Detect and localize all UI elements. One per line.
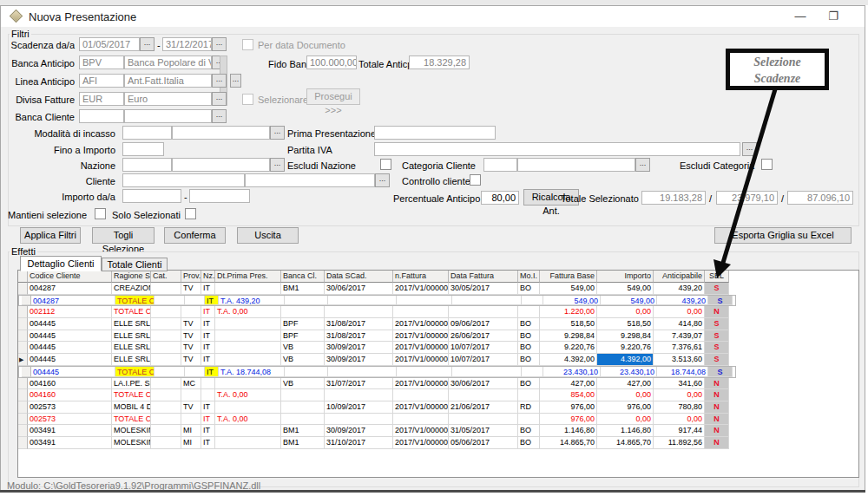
cell-moi[interactable] (518, 389, 540, 401)
cell-nz[interactable] (201, 378, 215, 390)
row-selector-header[interactable] (18, 271, 28, 283)
linea-anticipo-desc-field[interactable]: Ant.Fatt.Italia (124, 74, 212, 88)
cell-prov[interactable]: MI (181, 437, 201, 449)
cell-selcol[interactable]: S (705, 283, 729, 295)
col-header-base[interactable]: Fattura Base (540, 271, 597, 283)
cell-dt[interactable]: T.A. 18.744,08 (219, 367, 285, 377)
cell-ragione[interactable]: ELLE SRL (112, 342, 151, 354)
cell-scad[interactable]: 31/07/2017 (325, 378, 393, 390)
totale-selezionato-field-2[interactable]: 23.979,10 (716, 191, 778, 205)
per-data-documento-checkbox[interactable] (242, 39, 253, 50)
cell-cat[interactable] (151, 378, 181, 390)
cell-dfatt[interactable] (449, 389, 518, 401)
cell-ant[interactable]: 11.892,56 (654, 437, 705, 449)
cell-imp[interactable]: 518,50 (597, 318, 654, 330)
conferma-button[interactable]: Conferma (164, 227, 226, 244)
col-header-banca[interactable]: Banca Cl. (281, 271, 325, 283)
partita-iva-field[interactable] (374, 142, 740, 156)
cell-dt[interactable] (215, 318, 281, 330)
nazione-desc-field[interactable] (172, 158, 270, 172)
cell-dfatt[interactable] (452, 367, 522, 377)
cell-prov[interactable]: TV (181, 401, 201, 414)
modalita-desc-field[interactable] (172, 126, 270, 140)
linea-anticipo-code-field[interactable]: AFI (79, 74, 124, 88)
escludi-categoria-checkbox[interactable] (761, 159, 773, 170)
cell-banca[interactable]: BM1 (281, 283, 325, 295)
col-header-nfatt[interactable]: n.Fattura (393, 271, 449, 283)
cell-dt[interactable] (215, 283, 281, 295)
cell-prov[interactable]: TV (181, 342, 201, 354)
cell-nfatt[interactable]: 2017/V1/000002 (393, 354, 449, 366)
cell-scad[interactable] (328, 367, 397, 377)
cell-selcol[interactable]: N (705, 425, 729, 437)
cell-row-selector[interactable] (18, 401, 28, 414)
tab-dettaglio-clienti[interactable]: Dettaglio Clienti (20, 256, 102, 271)
cell-codice[interactable]: 004287 (28, 283, 112, 295)
cell-ant[interactable]: 7.439,07 (654, 330, 705, 343)
cell-codice[interactable]: 003491 (28, 437, 112, 449)
cell-scad[interactable] (325, 389, 393, 401)
cell-dt[interactable] (215, 354, 281, 366)
cell-moi[interactable]: BO (518, 354, 540, 366)
cell-cat[interactable] (151, 283, 181, 295)
cell-nfatt[interactable] (393, 306, 449, 318)
cell-ant[interactable]: 439,20 (657, 296, 708, 306)
cell-imp[interactable]: 976,00 (597, 401, 654, 414)
scadenza-to-field[interactable]: 31/12/2017 (162, 37, 212, 51)
cell-prov[interactable]: TV (181, 318, 201, 330)
cell-codice[interactable]: 004287 (31, 296, 115, 306)
cell-banca[interactable]: VB (281, 354, 325, 366)
fido-banca-field[interactable]: 100.000,00 (306, 55, 357, 69)
cell-dt[interactable] (215, 342, 281, 354)
cell-imp[interactable]: 0,00 (597, 414, 654, 426)
cell-imp[interactable]: 0,00 (597, 306, 654, 318)
categoria-code-field[interactable] (483, 158, 517, 172)
cell-selcol[interactable]: S (708, 367, 733, 377)
cell-base[interactable]: 9.220,76 (540, 342, 597, 354)
selezionare-nc-checkbox[interactable] (242, 94, 253, 105)
cell-imp[interactable]: 14.865,70 (597, 437, 654, 449)
cell-moi[interactable]: RD (518, 401, 540, 414)
cell-ragione[interactable]: MOLESKIN (112, 425, 151, 437)
linea-anticipo-browse-button[interactable]: ... (212, 74, 227, 88)
cell-row-selector[interactable] (18, 306, 28, 318)
cell-dt[interactable]: T.A. 0,00 (215, 389, 281, 401)
cell-base[interactable]: 9.298,84 (540, 330, 597, 343)
cell-banca[interactable] (281, 306, 325, 318)
col-header-cat[interactable]: Cat. (151, 271, 181, 283)
cell-prov[interactable]: TV (181, 283, 201, 295)
cell-base[interactable]: 518,50 (540, 318, 597, 330)
col-header-prov[interactable]: Prov. (181, 271, 201, 283)
cell-banca[interactable]: BPF (281, 318, 325, 330)
cell-dt[interactable]: T.A. 439,20 (219, 296, 285, 306)
cell-ragione[interactable]: ELLE SRL (112, 354, 151, 366)
cell-moi[interactable] (522, 296, 543, 306)
cell-cat[interactable] (151, 330, 181, 343)
cell-cat[interactable] (155, 296, 185, 306)
minimize-button[interactable]: — (789, 9, 812, 24)
cell-moi[interactable]: BO (518, 342, 540, 354)
cell-nfatt[interactable]: 2017/V1/000001 (393, 401, 449, 414)
cell-ant[interactable]: 0,00 (654, 389, 705, 401)
cell-prov[interactable]: MI (181, 425, 201, 437)
cell-row-selector[interactable] (22, 296, 31, 306)
cell-moi[interactable]: BO (518, 318, 540, 330)
cell-base[interactable]: 427,00 (540, 378, 597, 390)
cell-nz[interactable]: IT (201, 342, 215, 354)
cell-nfatt[interactable]: 2017/V1/000001 (393, 318, 449, 330)
cell-cat[interactable] (151, 425, 181, 437)
cell-dfatt[interactable] (449, 414, 518, 426)
cell-codice[interactable]: 004445 (31, 367, 115, 377)
cell-base[interactable]: 1.220,00 (540, 306, 597, 318)
cell-selcol[interactable]: S (705, 354, 729, 366)
cell-base[interactable]: 549,00 (543, 296, 601, 306)
cell-banca[interactable] (285, 296, 328, 306)
col-header-nz[interactable]: Nz. (201, 271, 215, 283)
cell-dfatt[interactable] (449, 306, 518, 318)
nazione-code-field[interactable] (122, 158, 172, 172)
banca-cliente-desc-field[interactable] (124, 109, 212, 123)
cell-ragione[interactable]: CREAZION (112, 283, 151, 295)
cell-scad[interactable]: 31/08/2017 (325, 318, 393, 330)
cell-codice[interactable]: 004445 (28, 318, 112, 330)
cell-dfatt[interactable]: 10/07/2017 (449, 342, 518, 354)
